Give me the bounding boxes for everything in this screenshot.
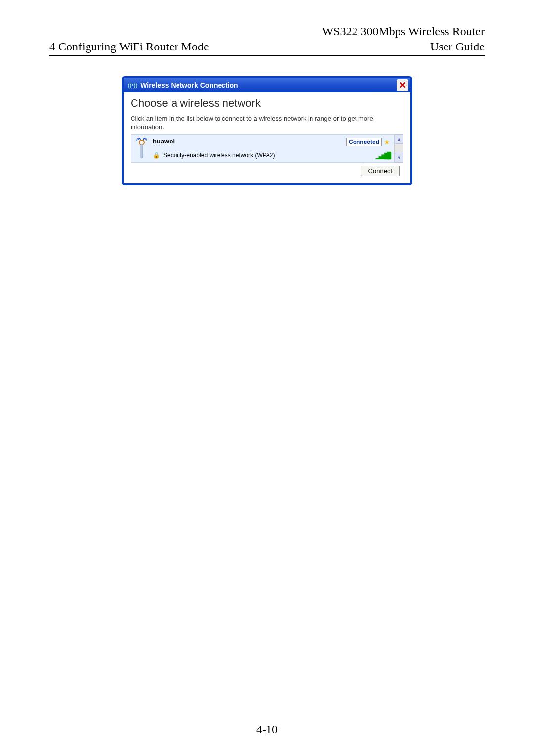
titlebar: ((•)) Wireless Network Connection ✕ [124,78,410,92]
status-badge: Connected [346,138,382,146]
network-security: Security-enabled wireless network (WPA2) [163,152,275,159]
scrollbar[interactable]: ▲ ▼ [394,134,403,163]
doc-type: User Guide [430,40,485,53]
svg-rect-1 [141,144,143,158]
scroll-down-button[interactable]: ▼ [395,153,403,163]
wireless-icon: ((•)) [128,82,137,88]
close-button[interactable]: ✕ [397,79,408,91]
star-icon: ★ [384,138,390,146]
scroll-up-button[interactable]: ▲ [395,134,403,144]
wireless-dialog: ((•)) Wireless Network Connection ✕ Choo… [122,76,412,185]
section-title: 4 Configuring WiFi Router Mode [49,40,209,53]
dialog-subtext: Click an item in the list below to conne… [131,115,403,132]
antenna-icon [135,138,149,159]
connect-button[interactable]: Connect [361,166,400,176]
dialog-heading: Choose a wireless network [131,97,403,110]
page-number: 4-10 [0,723,534,736]
product-name: WS322 300Mbps Wireless Router [49,25,485,38]
signal-icon: ▁▃▅▇█ [376,152,390,159]
lock-icon: 🔒 [153,152,160,159]
dialog-title: Wireless Network Connection [140,81,394,89]
network-name: huawei [153,138,342,145]
close-icon: ✕ [399,81,406,90]
network-item[interactable]: huawei 🔒 Security-enabled wireless netwo… [131,134,395,163]
